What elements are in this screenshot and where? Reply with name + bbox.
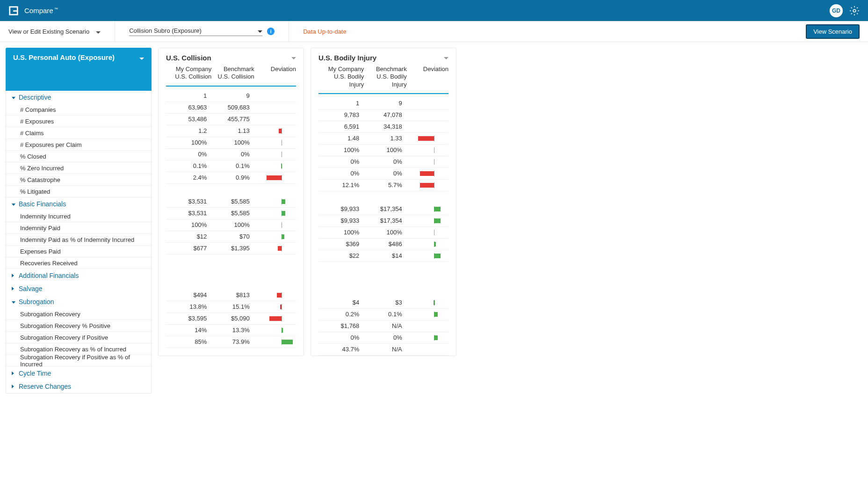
metric-row[interactable]: % Closed [6, 151, 151, 162]
caret-right-icon [12, 371, 16, 376]
gear-icon[interactable] [849, 6, 860, 16]
value-my: 53,486 [166, 116, 211, 123]
section-reserve-changes[interactable]: Reserve Changes [6, 380, 151, 393]
metric-row[interactable]: # Exposures [6, 116, 151, 127]
data-row: 14%13.3% [166, 325, 296, 336]
metric-row[interactable]: Subrogation Recovery if Positive [6, 332, 151, 343]
deviation-bar [265, 199, 285, 204]
chevron-down-icon[interactable] [444, 54, 448, 61]
value-my: 0% [318, 334, 364, 341]
deviation-bar [265, 327, 285, 333]
data-row: 0%0% [318, 168, 448, 180]
deviation-cell [407, 182, 448, 188]
section-label: Descriptive [19, 94, 51, 101]
data-row: 2.4%0.9% [166, 172, 296, 184]
value-benchmark: $14 [364, 252, 406, 259]
user-avatar[interactable]: GD [830, 4, 843, 17]
deviation-cell [254, 327, 296, 333]
value-benchmark: 100% [364, 146, 406, 153]
value-my: 100% [318, 229, 364, 236]
value-my: $3,595 [166, 315, 211, 322]
deviation-bar [417, 206, 438, 212]
value-my: $12 [166, 233, 211, 240]
view-scenario-button[interactable]: View Scenario [806, 24, 860, 39]
column-header: Benchmark U.S. Bodily Injury [364, 65, 406, 88]
metric-row[interactable]: Subrogation Recovery if Positive as % of… [6, 355, 151, 367]
value-my: 85% [166, 338, 211, 345]
metric-row[interactable]: Indemnity Incurred [6, 211, 151, 222]
scenario-select[interactable]: Collision Subro (Exposure) [129, 27, 262, 36]
value-my: 100% [166, 139, 211, 146]
deviation-cell [407, 335, 448, 341]
data-row: $3,531$5,585 [166, 196, 296, 208]
deviation-bar [265, 140, 285, 145]
section-label: Basic Financials [19, 200, 66, 208]
deviation-bar [417, 136, 438, 141]
info-icon[interactable]: i [267, 28, 275, 35]
value-my: 43.7% [318, 346, 364, 353]
chevron-down-icon [139, 53, 144, 85]
sidebar-header[interactable]: U.S. Personal Auto (Exposure) [6, 48, 152, 91]
data-row: 43.7%N/A [318, 344, 448, 356]
section-additional-financials[interactable]: Additional Financials [6, 269, 151, 282]
metric-row[interactable]: % Litigated [6, 186, 151, 197]
value-benchmark: $486 [364, 240, 406, 247]
data-row: 53,486455,775 [166, 114, 296, 125]
deviation-cell [254, 234, 296, 240]
section-salvage[interactable]: Salvage [6, 282, 151, 295]
value-my: 0% [318, 158, 364, 165]
section-label: Additional Financials [19, 272, 79, 279]
data-row: 0%0% [318, 156, 448, 168]
value-my: 2.4% [166, 174, 211, 181]
section-subrogation[interactable]: Subrogation [6, 295, 151, 308]
value-benchmark: $17,354 [364, 217, 406, 224]
metric-row[interactable]: # Claims [6, 127, 151, 139]
metric-row[interactable]: Subrogation Recovery % Positive [6, 320, 151, 332]
main-content: U.S. Personal Auto (Exposure) Descriptiv… [0, 42, 868, 399]
value-my: 0% [318, 170, 364, 177]
data-row: $494$813 [166, 290, 296, 301]
metric-row[interactable]: Recoveries Received [6, 257, 151, 269]
chevron-down-icon[interactable] [291, 54, 296, 61]
caret-down-icon [12, 299, 16, 305]
value-my: 1.2 [166, 127, 211, 134]
deviation-bar [265, 246, 285, 251]
deviation-cell [254, 222, 296, 228]
value-my: $369 [318, 240, 364, 247]
deviation-cell [254, 152, 296, 157]
section-cycle-time[interactable]: Cycle Time [6, 367, 151, 380]
data-row: $369$486 [318, 239, 448, 250]
metric-row[interactable]: Indemnity Paid as % of Indemnity Incurre… [6, 234, 151, 246]
metric-row[interactable]: % Zero Incurred [6, 162, 151, 174]
deviation-bar [265, 292, 285, 298]
value-my: $3,531 [166, 198, 211, 205]
section-descriptive[interactable]: Descriptive [6, 91, 151, 104]
value-my: 1.48 [318, 135, 364, 142]
caret-down-icon [12, 95, 16, 100]
metric-row[interactable]: # Exposures per Claim [6, 139, 151, 151]
data-row: $677$1,395 [166, 243, 296, 255]
edit-scenario-dropdown[interactable]: View or Edit Existing Scenario [8, 28, 101, 35]
metric-row[interactable]: # Companies [6, 104, 151, 116]
value-benchmark: 0.1% [211, 162, 254, 169]
data-row: 19 [318, 98, 448, 109]
deviation-bar [417, 159, 438, 165]
deviation-cell [254, 128, 296, 134]
data-row: $3,595$5,090 [166, 313, 296, 325]
metric-row[interactable]: % Catastrophe [6, 174, 151, 186]
metric-row[interactable]: Indemnity Paid [6, 222, 151, 234]
data-row: 0.1%0.1% [166, 160, 296, 172]
metric-row[interactable]: Expenses Paid [6, 246, 151, 257]
value-my: 0.2% [318, 311, 364, 318]
value-my: 1 [166, 92, 211, 99]
deviation-bar [265, 211, 285, 216]
data-row: 85%73.9% [166, 336, 296, 348]
value-benchmark: $1,395 [211, 245, 254, 252]
section-basic-financials[interactable]: Basic Financials [6, 197, 151, 211]
value-my: 9,783 [318, 111, 364, 118]
column-header: Deviation [254, 65, 296, 81]
value-benchmark: 100% [211, 221, 254, 228]
deviation-cell [407, 312, 448, 317]
value-my: $3,531 [166, 210, 211, 217]
metric-row[interactable]: Subrogation Recovery [6, 308, 151, 320]
